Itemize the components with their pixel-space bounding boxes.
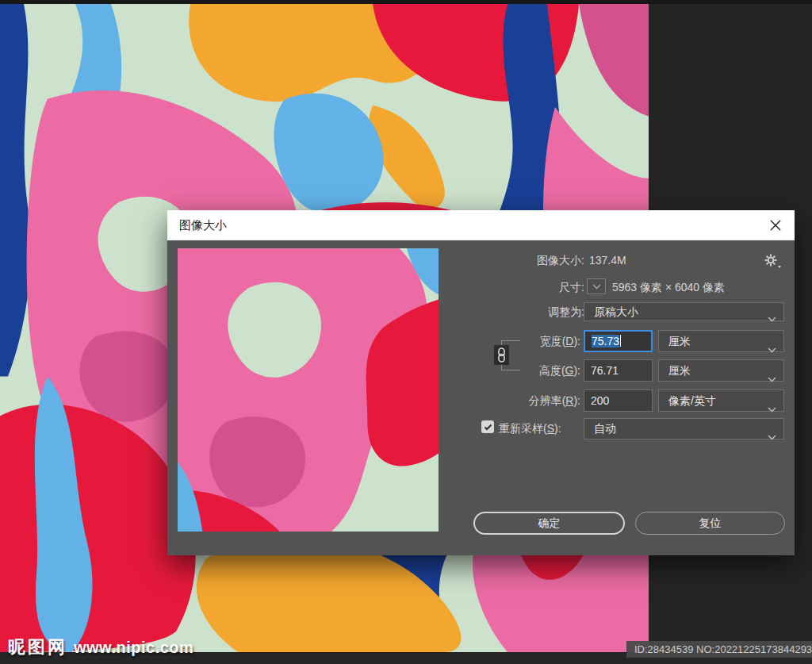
width-label: 宽度(D): bbox=[412, 335, 580, 349]
watermark-id-bar: ID:28434539 NO:20221225173844293105 bbox=[626, 641, 812, 658]
dialog-body: 图像大小: 137.4M 尺寸: 5963 bbox=[167, 240, 795, 555]
width-input[interactable]: 75.73 bbox=[584, 330, 653, 352]
resample-dropdown[interactable]: 自动 bbox=[584, 418, 784, 439]
text-caret bbox=[620, 335, 621, 347]
chevron-down-icon bbox=[768, 309, 776, 327]
gear-icon[interactable] bbox=[764, 253, 781, 269]
resolution-unit-value: 像素/英寸 bbox=[668, 394, 716, 407]
chevron-down-icon bbox=[768, 339, 776, 359]
resample-checkbox[interactable] bbox=[481, 420, 494, 433]
resample-label: 重新采样(S): bbox=[499, 422, 561, 436]
dimensions-label: 尺寸: bbox=[416, 281, 584, 295]
image-size-dialog: 图像大小 图像大小: 137.4M bbox=[167, 210, 795, 555]
fit-to-value: 原稿大小 bbox=[594, 305, 638, 318]
reset-button[interactable]: 复位 bbox=[635, 512, 785, 535]
close-icon[interactable] bbox=[768, 218, 783, 232]
chevron-down-icon bbox=[768, 427, 776, 447]
width-value: 75.73 bbox=[592, 335, 619, 347]
dialog-titlebar[interactable]: 图像大小 bbox=[167, 210, 795, 240]
height-unit-dropdown[interactable]: 厘米 bbox=[658, 359, 784, 382]
width-unit-dropdown[interactable]: 厘米 bbox=[658, 330, 784, 352]
height-value: 76.71 bbox=[591, 364, 619, 377]
resample-value: 自动 bbox=[594, 422, 616, 435]
resolution-label: 分辨率(R): bbox=[412, 394, 580, 409]
image-size-label: 图像大小: bbox=[416, 254, 584, 268]
resolution-value: 200 bbox=[591, 394, 609, 407]
width-unit-value: 厘米 bbox=[668, 335, 691, 347]
watermark-id-text: ID:28434539 NO:20221225173844293105 bbox=[634, 643, 812, 655]
dimensions-value: 5963 像素 × 6040 像素 bbox=[612, 281, 725, 295]
watermark-url: www.nipic.com bbox=[74, 639, 193, 656]
height-input[interactable]: 76.71 bbox=[584, 359, 653, 382]
height-unit-value: 厘米 bbox=[668, 364, 691, 377]
resolution-unit-dropdown[interactable]: 像素/英寸 bbox=[658, 390, 784, 412]
image-preview[interactable] bbox=[178, 248, 439, 532]
watermark-site: 昵图网www.nipic.com bbox=[8, 635, 193, 659]
photoshop-window: 昵图网www.nipic.com ID:28434539 NO:20221225… bbox=[0, 0, 812, 664]
ok-button[interactable]: 确定 bbox=[473, 512, 625, 535]
resolution-input[interactable]: 200 bbox=[584, 390, 653, 412]
fit-to-dropdown[interactable]: 原稿大小 bbox=[584, 302, 784, 321]
dimensions-unit-toggle[interactable] bbox=[587, 278, 606, 294]
chevron-down-icon bbox=[768, 398, 776, 419]
height-label: 高度(G): bbox=[412, 364, 580, 378]
image-size-value: 137.4M bbox=[589, 254, 626, 267]
chevron-down-icon bbox=[768, 368, 776, 389]
watermark-logo: 昵图网 bbox=[8, 637, 67, 657]
fit-to-label: 调整为: bbox=[416, 305, 584, 320]
dialog-title: 图像大小 bbox=[179, 210, 227, 240]
